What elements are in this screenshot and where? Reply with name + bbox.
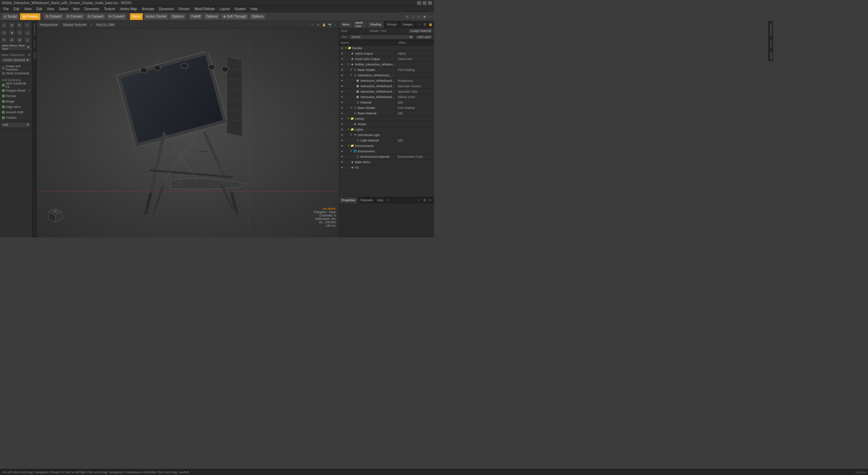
vp-expand-icon[interactable]: ↕ xyxy=(333,22,338,27)
visibility-dot[interactable]: ● xyxy=(340,90,344,94)
tool-move[interactable]: ⊕ xyxy=(8,22,15,28)
prop-close-icon[interactable]: ✕ xyxy=(428,198,433,203)
viewport-icon-2[interactable]: ◫ xyxy=(411,14,415,19)
convert-button-3[interactable]: ⟳ Convert xyxy=(85,13,106,20)
items-button[interactable]: Items xyxy=(130,13,143,20)
expand-button[interactable]: ▼ xyxy=(350,68,353,72)
shader-tree-item[interactable]: ● ◈FX xyxy=(339,165,434,170)
edit-dropdown[interactable]: Edit ▼ xyxy=(1,122,31,128)
expand-button[interactable]: ▼ xyxy=(347,63,350,66)
shader-tree-item[interactable]: ● ▦Interactive_Whiteboard_diffuse (Group… xyxy=(339,94,434,100)
shader-tree-item[interactable]: ● ◈Final Color OutputFinal Color xyxy=(339,56,434,62)
falloff-button[interactable]: Falloff xyxy=(189,13,203,20)
expand-button[interactable] xyxy=(350,112,353,115)
tab-groups[interactable]: Groups xyxy=(384,21,400,28)
menu-help[interactable]: Help xyxy=(249,6,260,12)
tool-c2[interactable]: ⊖ xyxy=(8,37,15,43)
convert-button-4[interactable]: ⟳ Convert xyxy=(106,13,127,20)
expand-button[interactable] xyxy=(352,84,356,88)
expand-button[interactable]: ▼ xyxy=(350,150,353,153)
sds-subdivide-item[interactable]: SDS Subdivide 2X xyxy=(1,82,31,88)
tool-b2[interactable]: ◈ xyxy=(8,29,15,36)
visibility-dot[interactable]: ● xyxy=(340,100,344,104)
tool-select[interactable]: ▷ xyxy=(1,22,7,28)
shader-tree-item[interactable]: ●▼⬡Base ShaderFull Shading xyxy=(339,105,434,111)
menu-view[interactable]: View xyxy=(22,6,34,12)
expand-button[interactable]: ▼ xyxy=(347,144,350,148)
expand-button[interactable] xyxy=(347,52,350,55)
shader-tree-item[interactable]: ●▼⬡Base ShaderFull Shading xyxy=(339,67,434,73)
center-selected-dropdown[interactable]: Center Selected ▼ xyxy=(1,57,31,63)
vp-lock-icon[interactable]: 🔒 xyxy=(321,22,326,27)
add-layer-button[interactable]: Add Layer xyxy=(415,35,433,39)
visibility-dot[interactable]: ● xyxy=(340,111,344,115)
vp-settings-icon[interactable]: ⚙ xyxy=(316,22,320,27)
menu-vertexmap[interactable]: Vertex Map xyxy=(118,6,139,12)
menu-file[interactable]: File xyxy=(1,6,11,12)
sculpt-button[interactable]: ⊙ Sculpt xyxy=(1,13,19,20)
options-button-3[interactable]: Options xyxy=(249,13,265,20)
prop-tab-add[interactable]: + xyxy=(386,197,392,203)
viewport-icon-3[interactable]: ◱ xyxy=(416,14,421,19)
visibility-dot[interactable]: ● xyxy=(340,122,344,126)
expand-button[interactable]: ▼ xyxy=(350,106,353,110)
menu-edit[interactable]: Edit xyxy=(12,6,21,12)
transforms-header[interactable]: More Transforms ▼ xyxy=(1,53,31,57)
shaded-texture-button[interactable]: Shaded Texture ▾ xyxy=(61,22,88,27)
ray-gl-button[interactable]: Ray GL: Off ▾ xyxy=(95,22,116,27)
menu-system[interactable]: System xyxy=(233,6,248,12)
visibility-dot[interactable]: ● xyxy=(340,155,344,159)
visibility-dot[interactable]: ● xyxy=(340,62,344,66)
shader-tree-item[interactable]: ● ◈Alpha OutputAlpha xyxy=(339,51,434,56)
tool-b4[interactable]: △ xyxy=(24,29,31,36)
visibility-dot[interactable]: ● xyxy=(340,73,344,77)
visibility-dot[interactable]: ● xyxy=(340,166,344,170)
expand-button[interactable]: ▼ xyxy=(344,46,348,50)
shader-tree-item[interactable]: ●▼☀Directional Light xyxy=(339,132,434,138)
action-center-button[interactable]: Action Center xyxy=(143,13,169,20)
menu-dynamics[interactable]: Dynamics xyxy=(157,6,176,12)
visibility-dot[interactable]: ● xyxy=(340,57,344,61)
vert-tab-apply[interactable]: Apply xyxy=(33,50,36,61)
visibility-dot[interactable]: ● xyxy=(340,68,344,72)
right-settings-icon[interactable]: ⚙ xyxy=(422,22,427,27)
right-lock-icon[interactable]: 🔒 xyxy=(428,22,433,27)
expand-button[interactable] xyxy=(347,166,350,169)
viewport-icon-4[interactable]: ▣ xyxy=(422,14,427,19)
visibility-dot[interactable]: ● xyxy=(340,106,344,110)
close-button[interactable]: ✕ xyxy=(428,1,432,5)
visibility-dot[interactable]: ● xyxy=(340,128,344,132)
options-button-1[interactable]: Options xyxy=(170,13,186,20)
expand-button[interactable] xyxy=(352,155,356,158)
menu-select[interactable]: Select xyxy=(57,6,71,12)
shader-tree-item[interactable]: ● ◈Bake Items xyxy=(339,159,434,165)
tool-c4[interactable]: ⊙ xyxy=(24,37,31,43)
visibility-dot[interactable]: ● xyxy=(340,52,344,56)
polygon-bevel-item[interactable]: Polygon Bevel B xyxy=(1,88,31,93)
shader-tree-item[interactable]: ● ◻Base Material(all) xyxy=(339,111,434,116)
visibility-dot[interactable]: ● xyxy=(340,46,344,50)
filter-dropdown[interactable]: (none) xyxy=(349,35,414,39)
tool-b3[interactable]: ⬡ xyxy=(16,29,23,36)
menu-meshtomodo[interactable]: MeshToModo xyxy=(193,6,217,12)
expand-button[interactable] xyxy=(352,90,356,93)
tool-scale[interactable]: ⤡ xyxy=(24,22,31,28)
viewport-canvas[interactable]: top No Items Polygons : Face Channels: 0… xyxy=(37,28,339,238)
convert-button-1[interactable]: ⟳ Convert xyxy=(43,13,64,20)
options-button-2[interactable]: Options xyxy=(203,13,220,20)
tab-images[interactable]: Images xyxy=(400,21,416,28)
vp-fullscreen-icon[interactable]: ⤢ xyxy=(310,22,315,27)
tool-c3[interactable]: ⊗ xyxy=(16,37,23,43)
shader-tree-item[interactable]: ●▼◈Mobile_Interactive_Whiteboard_Stand_w… xyxy=(339,62,434,67)
tab-mesh-one[interactable]: Mesh One xyxy=(353,21,367,28)
expand-button[interactable] xyxy=(347,160,350,164)
menu-edit2[interactable]: Edit xyxy=(34,6,44,12)
presets-button[interactable]: ▤ Presets xyxy=(20,13,40,20)
extrude-item[interactable]: Extrude xyxy=(1,93,31,99)
visibility-dot[interactable]: ● xyxy=(340,149,344,153)
shader-tree-item[interactable]: ● ▦Interactive_Whiteboard_reflect (Group… xyxy=(339,83,434,89)
shader-tree-item[interactable]: ●▼🌐Environment xyxy=(339,149,434,154)
right-expand-icon[interactable]: ⤢ xyxy=(417,22,422,27)
thicken-item[interactable]: Thicken xyxy=(1,115,31,120)
shader-tree-item[interactable]: ● ◻Material(all) xyxy=(339,100,434,105)
